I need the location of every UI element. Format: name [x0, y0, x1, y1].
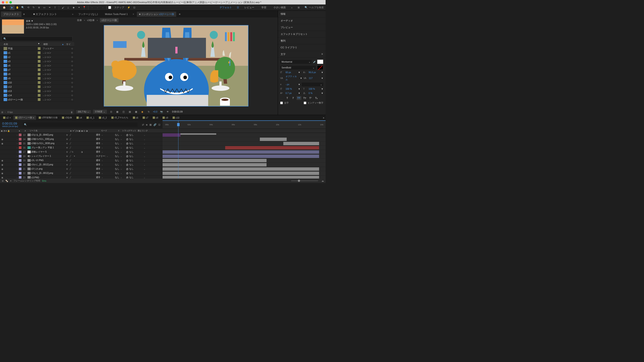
layer-label-color[interactable] [19, 159, 22, 162]
track-row[interactable] [162, 163, 326, 167]
label-color[interactable] [38, 56, 40, 58]
label-color[interactable] [38, 73, 40, 75]
roto-tool-icon[interactable]: ✦ [76, 5, 82, 10]
show-snapshot-icon[interactable]: 👁 [166, 110, 170, 114]
workspace-default[interactable]: デフォルト [218, 5, 233, 10]
visibility-toggle[interactable]: ◉ [1, 172, 4, 175]
character-menu-icon[interactable]: ≡ [322, 53, 323, 56]
layer-mode[interactable]: 通常⌄ [95, 163, 110, 166]
track-row[interactable] [162, 167, 326, 171]
label-color[interactable] [38, 81, 40, 84]
viewer-timecode[interactable]: 0:00:01:09 [172, 111, 182, 113]
layer-trackmatte[interactable]: なし⌄ [113, 138, 125, 141]
label-color[interactable] [38, 47, 40, 50]
pickwhip-icon[interactable]: @ [126, 142, 128, 145]
character-panel-title[interactable]: 文字 [281, 53, 286, 56]
layer-expand-icon[interactable]: › [16, 159, 19, 162]
comp-menu-icon[interactable]: ≡ [179, 13, 180, 16]
timeline-ruler[interactable]: :00s02s04s06s08s10s12s14s [162, 120, 326, 129]
trash-icon[interactable]: 🗑 [71, 111, 73, 113]
mask-toggle-icon[interactable]: ▦ [116, 110, 120, 114]
layer-switches[interactable]: ⊕╱ [65, 176, 95, 179]
pickwhip-icon[interactable]: @ [126, 155, 128, 158]
layer-duration-bar[interactable] [260, 138, 287, 141]
stroke-style-dropdown[interactable]: ⌄ [302, 83, 323, 86]
item-flow-icon[interactable]: ⊹ [70, 60, 74, 63]
item-flow-icon[interactable]: ⊹ [70, 98, 74, 101]
subscript-button[interactable]: T₁ [314, 96, 319, 100]
composition-view[interactable] [104, 25, 248, 107]
close-window-button[interactable] [2, 1, 4, 4]
track-row[interactable] [162, 171, 326, 175]
selection-tool-icon[interactable]: ▶ [10, 5, 14, 10]
layer-parent[interactable]: @なし⌄ [125, 142, 145, 145]
stroke-color-swatch[interactable] [317, 65, 323, 70]
visibility-toggle[interactable]: ◉ [1, 164, 4, 166]
layer-mode[interactable]: 通常⌄ [95, 138, 110, 141]
layer-label-color[interactable] [19, 172, 22, 175]
layer-switches[interactable]: ⊕╱ [65, 168, 95, 170]
col-number[interactable]: # [22, 130, 28, 132]
panel-section[interactable]: 整列 [278, 38, 326, 44]
layer-mode[interactable]: 通常⌄ [95, 167, 110, 170]
rotate-tool-icon[interactable]: ↻ [31, 5, 36, 10]
layer-duration-bar[interactable] [162, 176, 319, 179]
project-search[interactable]: 🔍 [2, 37, 72, 41]
layer-label-color[interactable] [19, 134, 22, 136]
vscale-input[interactable]: 100 % [286, 88, 297, 90]
composition-tab[interactable]: ■ コンポジション c3クーシー側 [137, 12, 176, 17]
tl-icon-2[interactable]: ◈ [146, 123, 148, 126]
track-row[interactable] [162, 133, 326, 137]
project-item[interactable]: c6 ...ション ⊹ [0, 64, 74, 68]
reset-exposure-icon[interactable]: ↻ [147, 110, 151, 114]
track-row[interactable] [162, 154, 326, 158]
item-flow-icon[interactable]: ⊹ [70, 94, 74, 97]
grid-icon[interactable]: ▤ [128, 110, 132, 114]
timeline-search[interactable]: 🔍 [22, 123, 138, 127]
bold-button[interactable]: T [285, 96, 290, 100]
channel-icon[interactable]: ▦ [134, 110, 138, 114]
project-item[interactable]: c12 ...ション ⊹ [0, 85, 74, 89]
comp-thumbnail[interactable] [2, 19, 24, 34]
timeline-tab[interactable]: c5_1 [85, 116, 96, 120]
footer-toggle-icon[interactable]: ⊕ [2, 180, 4, 182]
timeline-tab[interactable]: c2 × [1, 116, 12, 120]
col-type-header[interactable]: 種類▲ [42, 42, 65, 46]
layer-parent[interactable]: @なし⌄ [125, 172, 145, 175]
layer-expand-icon[interactable]: › [16, 168, 19, 170]
timeline-tab[interactable]: c4 [75, 116, 84, 120]
footer-bone-icon[interactable]: 🦴 [5, 180, 8, 182]
quality-dropdown[interactable]: 1/3画質 ⌄ [93, 110, 107, 114]
layer-row[interactable]: ◉ › 21 c3うさ.png ⊕╱ 通常⌄ なし⌄ @なし⌄ [0, 167, 162, 171]
panel-section[interactable]: 情報 [278, 11, 326, 18]
layer-label-color[interactable] [19, 176, 22, 179]
share-icon[interactable]: ⊞ [296, 5, 301, 10]
project-item[interactable]: c9 ...ション ⊹ [0, 76, 74, 81]
layer-duration-bar[interactable] [162, 172, 319, 175]
pickwhip-icon[interactable]: @ [126, 159, 128, 162]
track-row[interactable] [162, 141, 326, 146]
breadcrumb-item[interactable]: 全体 [77, 19, 82, 22]
mask-icon[interactable]: ▫ [90, 5, 94, 10]
item-flow-icon[interactable]: ⊹ [70, 64, 74, 67]
layer-switches[interactable]: ⊕╱ [65, 142, 95, 145]
timeline-tab[interactable]: c5_2マルたち [110, 115, 130, 120]
bpc-label[interactable]: 8 bpc [8, 111, 13, 113]
project-item[interactable]: c2 ...ション ⊹ [0, 55, 74, 59]
tabs-overflow-icon[interactable]: » [323, 116, 324, 119]
layer-trackmatte[interactable]: なし⌄ [113, 142, 125, 145]
layer-duration-bar[interactable] [225, 146, 319, 149]
layer-row[interactable]: › 16 グレー系シアン 平面 1 ⊕╱ 通常⌄ なし⌄ @なし⌄ [0, 146, 162, 150]
layer-trackmatte[interactable]: なし⌄ [113, 172, 125, 175]
layer-mode[interactable]: 通常⌄ [95, 176, 110, 179]
transparency-grid-icon[interactable]: ⊡ [109, 110, 113, 114]
track-row[interactable] [162, 175, 326, 179]
pickwhip-icon[interactable]: @ [126, 168, 128, 170]
timeline-tab[interactable]: c3合体 [60, 115, 74, 120]
minimize-window-button[interactable] [6, 1, 8, 4]
layer-trackmatte[interactable]: なし⌄ [113, 133, 125, 137]
footer-frame-icon[interactable]: ✦ [10, 180, 12, 182]
layer-mode[interactable]: スクリー:⌄ [95, 155, 110, 158]
workspace-small[interactable]: 小さい画面 [272, 6, 288, 9]
layer-row[interactable]: ◉ › 19 c3いす.PNG ⊕╱ 通常⌄ なし⌄ @なし⌄ [0, 158, 162, 163]
